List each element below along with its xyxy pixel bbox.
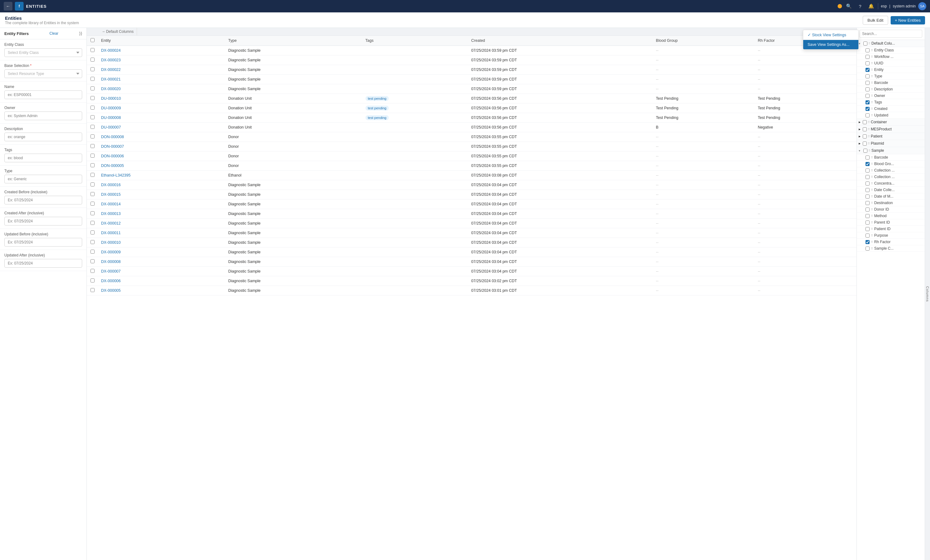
group-checkbox[interactable]	[863, 127, 867, 131]
col-item-checkbox[interactable]	[865, 100, 870, 104]
group-checkbox[interactable]	[863, 149, 867, 153]
stock-view-settings-item[interactable]: ✓ Stock View Settings	[803, 30, 858, 40]
row-checkbox[interactable]	[91, 77, 95, 81]
entity-link[interactable]: DX-000009	[101, 250, 120, 254]
entity-link[interactable]: DON-000005	[101, 164, 124, 168]
row-checkbox[interactable]	[91, 106, 95, 110]
columns-search-input[interactable]	[859, 30, 922, 38]
row-checkbox[interactable]	[91, 230, 95, 235]
col-item-checkbox[interactable]	[865, 162, 870, 166]
row-checkbox[interactable]	[91, 67, 95, 71]
collapse-default-button[interactable]: −	[101, 29, 106, 34]
col-item-checkbox[interactable]	[865, 48, 870, 52]
col-group-header[interactable]: ▸⠿MESProduct	[857, 126, 925, 133]
entity-link[interactable]: DX-000023	[101, 58, 120, 62]
col-item-checkbox[interactable]	[865, 81, 870, 85]
col-item-checkbox[interactable]	[865, 195, 870, 198]
entity-link[interactable]: DX-000015	[101, 192, 120, 197]
row-checkbox[interactable]	[91, 163, 95, 167]
bulk-edit-button[interactable]: Bulk Edit	[863, 16, 888, 25]
row-checkbox[interactable]	[91, 115, 95, 119]
clear-filters-link[interactable]: Clear	[49, 31, 59, 35]
row-checkbox[interactable]	[91, 125, 95, 129]
entity-link[interactable]: DX-000013	[101, 212, 120, 216]
row-checkbox[interactable]	[91, 58, 95, 61]
created-after-input[interactable]	[4, 217, 82, 226]
col-item-checkbox[interactable]	[865, 175, 870, 179]
col-item-checkbox[interactable]	[865, 247, 870, 250]
created-before-input[interactable]	[4, 196, 82, 204]
entity-link[interactable]: DX-000006	[101, 279, 120, 283]
col-group-header[interactable]: ▸⠿Patient	[857, 133, 925, 140]
entity-link[interactable]: DX-000016	[101, 183, 120, 187]
col-item-checkbox[interactable]	[865, 55, 870, 59]
entity-link[interactable]: DU-000010	[101, 96, 121, 101]
entity-link[interactable]: DX-000011	[101, 231, 120, 235]
col-item-checkbox[interactable]	[865, 207, 870, 212]
col-group-header[interactable]: ▸⠿Container	[857, 119, 925, 126]
group-checkbox[interactable]	[863, 134, 867, 138]
updated-after-input[interactable]	[4, 259, 82, 268]
row-checkbox[interactable]	[91, 86, 95, 91]
name-input[interactable]	[4, 91, 82, 99]
select-all-checkbox[interactable]	[91, 38, 95, 42]
tags-column-header[interactable]: Tags	[362, 35, 468, 46]
row-checkbox[interactable]	[91, 192, 95, 196]
entity-link[interactable]: DON-000008	[101, 135, 124, 139]
row-checkbox[interactable]	[91, 269, 95, 273]
col-item-checkbox[interactable]	[865, 61, 870, 65]
tags-input[interactable]	[4, 153, 82, 162]
created-column-header[interactable]: Created	[468, 35, 653, 46]
entity-link[interactable]: DX-000014	[101, 202, 120, 206]
expand-arrow-icon[interactable]: ▸	[859, 120, 861, 124]
entity-column-header[interactable]: Entity	[98, 35, 225, 46]
owner-input[interactable]	[4, 112, 82, 120]
row-checkbox[interactable]	[91, 144, 95, 148]
new-entity-button[interactable]: + New Entities	[891, 16, 925, 25]
col-item-checkbox[interactable]	[865, 169, 870, 172]
entity-link[interactable]: DX-000012	[101, 221, 120, 226]
help-button[interactable]: ?	[856, 2, 864, 11]
entity-link[interactable]: DX-000021	[101, 77, 120, 81]
col-item-checkbox[interactable]	[865, 214, 870, 218]
row-checkbox[interactable]	[91, 221, 95, 225]
col-item-checkbox[interactable]	[865, 233, 870, 238]
avatar[interactable]: SA	[918, 2, 926, 10]
sidebar-collapse-button[interactable]: ⟩⟩	[79, 31, 82, 36]
entity-link[interactable]: DON-000007	[101, 144, 124, 149]
entity-link[interactable]: DX-000024	[101, 48, 120, 53]
search-button[interactable]: 🔍	[844, 2, 853, 11]
row-checkbox[interactable]	[91, 153, 95, 158]
expand-arrow-icon[interactable]: ▸	[859, 141, 861, 146]
col-item-checkbox[interactable]	[865, 74, 870, 78]
entity-link[interactable]: DU-000009	[101, 106, 121, 110]
expand-arrow-icon[interactable]: ▸	[859, 127, 861, 131]
group-checkbox[interactable]	[863, 120, 867, 124]
col-item-checkbox[interactable]	[865, 87, 870, 91]
col-item-checkbox[interactable]	[865, 201, 870, 205]
row-checkbox[interactable]	[91, 134, 95, 138]
entity-link[interactable]: DX-000007	[101, 269, 120, 273]
row-checkbox[interactable]	[91, 202, 95, 206]
col-item-checkbox[interactable]	[865, 221, 870, 224]
expand-arrow-icon[interactable]: ▸	[859, 134, 861, 138]
col-group-header[interactable]: ▾⠿Default Colu...	[857, 40, 925, 47]
entity-link[interactable]: Ethanol-L342395	[101, 173, 131, 178]
notifications-button[interactable]: 🔔	[867, 2, 875, 11]
row-checkbox[interactable]	[91, 240, 95, 244]
group-checkbox[interactable]	[863, 141, 867, 146]
col-item-checkbox[interactable]	[865, 227, 870, 231]
entity-link[interactable]: DU-000008	[101, 115, 121, 120]
row-checkbox[interactable]	[91, 288, 95, 292]
row-checkbox[interactable]	[91, 259, 95, 263]
type-input[interactable]	[4, 175, 82, 183]
description-input[interactable]	[4, 133, 82, 141]
row-checkbox[interactable]	[91, 211, 95, 215]
row-checkbox[interactable]	[91, 250, 95, 254]
col-group-header[interactable]: ▾⠿Sample	[857, 147, 925, 154]
col-group-header[interactable]: ▸⠿Plasmid	[857, 140, 925, 147]
entity-link[interactable]: DON-000006	[101, 154, 124, 158]
col-item-checkbox[interactable]	[865, 181, 870, 186]
col-item-checkbox[interactable]	[865, 114, 870, 117]
updated-before-input[interactable]	[4, 238, 82, 247]
